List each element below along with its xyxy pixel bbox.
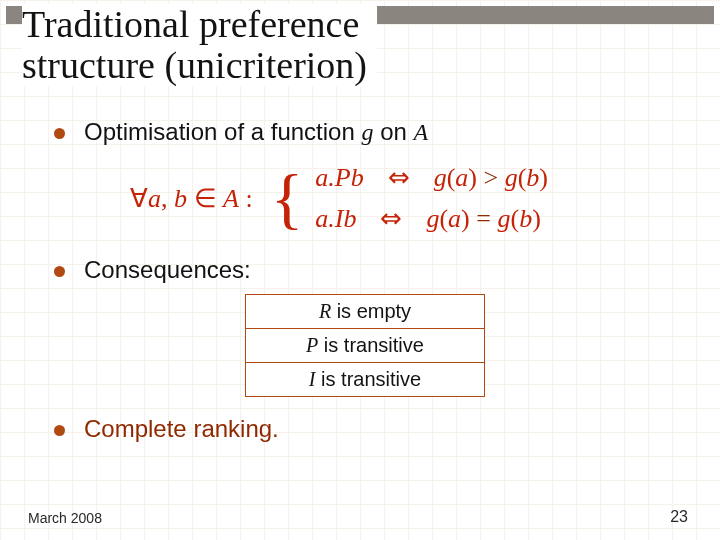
- case-I: a.Ib ⇔ g(a) = g(b): [315, 203, 548, 234]
- row1-sym: R: [319, 300, 331, 322]
- slide-title: Traditional preference structure (unicri…: [22, 4, 377, 86]
- rp3: ): [461, 204, 470, 233]
- iff-1: ⇔: [388, 162, 410, 193]
- case-P-lhs: a.Pb: [315, 163, 363, 193]
- title-line-2: structure (unicriterion): [22, 45, 367, 86]
- rp2: ): [539, 163, 548, 192]
- rb2: b: [519, 204, 532, 233]
- lp4: (: [510, 204, 519, 233]
- bullet1-A: A: [414, 119, 429, 145]
- case-P-rhs: g(a) > g(b): [434, 163, 548, 193]
- math-in: ∈: [187, 184, 223, 213]
- c2b: b: [343, 204, 356, 233]
- row2-sym: P: [306, 334, 318, 356]
- bullet-complete-ranking: Complete ranking.: [50, 415, 680, 443]
- footer-date: March 2008: [28, 510, 102, 526]
- bullet1-mid: on: [373, 118, 413, 145]
- g1b: g: [426, 204, 439, 233]
- c2a: a: [315, 204, 328, 233]
- math-definition: ∀a, b ∈ A : { a.Pb ⇔ g(a) > g(b) a.Ib ⇔ …: [130, 162, 680, 234]
- rp1: ): [468, 163, 477, 192]
- case-I-rhs: g(a) = g(b): [426, 204, 540, 234]
- footer-page-number: 23: [670, 508, 688, 526]
- rb: b: [526, 163, 539, 192]
- c1op: .P: [328, 163, 350, 192]
- lp3: (: [439, 204, 448, 233]
- gt: >: [477, 163, 505, 192]
- g2: g: [505, 163, 518, 192]
- g1: g: [434, 163, 447, 192]
- table-row: R is empty: [246, 295, 485, 329]
- bullet-optimisation: Optimisation of a function g on A: [50, 118, 680, 146]
- c1a: a: [315, 163, 328, 192]
- table-row: P is transitive: [246, 329, 485, 363]
- iff-2: ⇔: [380, 203, 402, 234]
- slide-body: Optimisation of a function g on A ∀a, b …: [50, 118, 680, 453]
- rp4: ): [532, 204, 541, 233]
- ra2: a: [448, 204, 461, 233]
- bullet1-pre: Optimisation of a function: [84, 118, 361, 145]
- math-quantifier: ∀a, b ∈ A :: [130, 183, 253, 214]
- math-set-A: A: [223, 184, 239, 213]
- case-P: a.Pb ⇔ g(a) > g(b): [315, 162, 548, 193]
- left-brace: {: [271, 178, 304, 219]
- row3-txt: is transitive: [316, 368, 422, 390]
- row2-txt: is transitive: [318, 334, 424, 356]
- forall-symbol: ∀: [130, 184, 148, 213]
- row3-sym: I: [309, 368, 316, 390]
- row1-txt: is empty: [331, 300, 411, 322]
- eq: =: [470, 204, 498, 233]
- g2b: g: [497, 204, 510, 233]
- bullet-consequences: Consequences:: [50, 256, 680, 284]
- math-comma: ,: [161, 184, 174, 213]
- consequences-table: R is empty P is transitive I is transiti…: [245, 294, 485, 397]
- case-I-lhs: a.Ib: [315, 204, 356, 234]
- bullet1-g: g: [361, 119, 373, 145]
- ra: a: [455, 163, 468, 192]
- c2op: .I: [328, 204, 343, 233]
- c1b: b: [351, 163, 364, 192]
- math-colon: :: [239, 184, 253, 213]
- math-a: a: [148, 184, 161, 213]
- math-cases: a.Pb ⇔ g(a) > g(b) a.Ib ⇔ g(a) = g(b): [315, 162, 548, 234]
- math-b: b: [174, 184, 187, 213]
- title-line-1: Traditional preference: [22, 4, 367, 45]
- table-row: I is transitive: [246, 363, 485, 397]
